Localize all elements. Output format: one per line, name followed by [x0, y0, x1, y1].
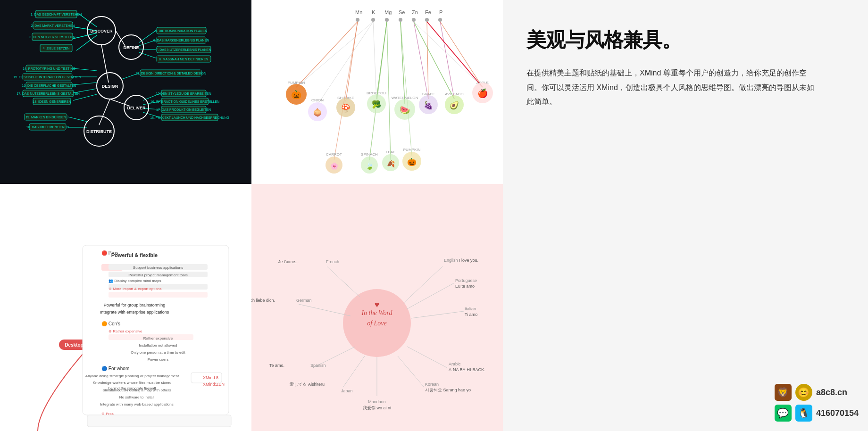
svg-text:Power users: Power users — [148, 357, 168, 362]
svg-text:18. PROJEKT-LAUNCH UND NACHBES: 18. PROJEKT-LAUNCH UND NACHBESPRECHUNG — [150, 116, 229, 119]
svg-text:Korean: Korean — [425, 382, 439, 387]
svg-text:Powerful for group brainstormi: Powerful for group brainstorming — [104, 303, 166, 307]
svg-text:DESIGN: DESIGN — [102, 84, 118, 89]
svg-text:Integrate with enterprise appl: Integrate with enterprise applications — [100, 310, 169, 315]
dark-mindmap-panel: 1. DAS GESCHA FT VERSTEHEN 2. DAS MARKT … — [0, 0, 251, 184]
svg-text:🎃: 🎃 — [291, 90, 302, 100]
svg-text:5. DIE KOMMUNIKATION PLANEN: 5. DIE KOMMUNIKATION PLANEN — [155, 29, 208, 33]
svg-text:16. INTERACTION GUIDELINES ERS: 16. INTERACTION GUIDELINES ERSTELLEN — [150, 100, 219, 103]
nutrition-svg: Mn K Mg Se Zn Fe P — [251, 0, 503, 184]
svg-text:German: German — [296, 298, 312, 303]
svg-point-88 — [425, 18, 429, 22]
watermark-avatar2: 😊 — [795, 384, 812, 401]
description-body: 在提供精美主题和贴纸的基础上，XMind 尊重每个用户的创造力，给你充足的创作空… — [526, 66, 819, 109]
svg-text:Eu te amo: Eu te amo — [455, 284, 475, 289]
svg-text:P: P — [439, 9, 442, 15]
svg-text:DEFINE: DEFINE — [123, 45, 139, 50]
svg-text:20. DAS IMPLEMENTIEREN: 20. DAS IMPLEMENTIEREN — [26, 125, 69, 129]
love-map-panel: In the Word of Love ♥ English I love you… — [251, 184, 503, 431]
svg-text:🟠 Con's: 🟠 Con's — [101, 321, 120, 327]
qq-icon: 🐧 — [795, 405, 812, 422]
svg-text:🌸: 🌸 — [330, 162, 339, 170]
svg-text:🍉: 🍉 — [400, 105, 410, 115]
description-title: 美观与风格兼具。 — [526, 28, 844, 52]
svg-text:of Love: of Love — [367, 320, 387, 327]
svg-text:Mandarin: Mandarin — [368, 399, 386, 404]
watermark-row-1: 🦁 😊 a8c8.cn — [775, 384, 859, 401]
svg-text:Te amo.: Te amo. — [269, 363, 284, 368]
svg-text:Installation not allowed: Installation not allowed — [139, 343, 177, 348]
svg-text:I love you.: I love you. — [459, 258, 478, 263]
svg-text:XMind 8: XMind 8 — [203, 375, 218, 380]
svg-text:DELIVER: DELIVER — [127, 106, 146, 110]
svg-text:18. IDEEN GENERIEREN: 18. IDEEN GENERIEREN — [33, 100, 71, 103]
svg-text:3. DEN NUTZER VERSTEHEN: 3. DEN NUTZER VERSTEHEN — [29, 35, 75, 39]
svg-text:Mn: Mn — [355, 9, 362, 15]
watermark-row-2: 💬 🐧 416070154 — [775, 405, 859, 422]
wechat-icon: 💬 — [775, 405, 792, 422]
svg-text:7. DAS NUTZERERLEBNIS PLANEN: 7. DAS NUTZERERLEBNIS PLANEN — [156, 48, 211, 51]
svg-text:🧅: 🧅 — [313, 108, 322, 117]
watermark-qq: 416070154 — [816, 408, 859, 418]
svg-text:🥑: 🥑 — [450, 101, 459, 110]
page-wrapper: 1. DAS GESCHA FT VERSTEHEN 2. DAS MARKT … — [0, 0, 868, 431]
svg-text:Support business applications: Support business applications — [133, 265, 183, 270]
svg-text:♥: ♥ — [375, 300, 380, 309]
svg-text:In the Word: In the Word — [361, 309, 392, 316]
svg-text:Knowledge workers whose files : Knowledge workers whose files must be st… — [93, 381, 172, 385]
svg-text:🍃: 🍃 — [366, 162, 374, 170]
svg-text:⊕ Pros: ⊕ Pros — [101, 412, 114, 416]
watermark-avatar: 🦁 — [775, 384, 792, 401]
svg-text:🎃: 🎃 — [407, 157, 417, 166]
svg-text:⊕ Rather expensive: ⊕ Rather expensive — [108, 329, 142, 333]
svg-text:🍄: 🍄 — [341, 104, 351, 113]
svg-point-84 — [371, 18, 375, 22]
svg-text:SPINACH: SPINACH — [361, 152, 378, 157]
nutrition-panel: Mn K Mg Se Zn Fe P — [251, 0, 503, 184]
desktop-panel: Desktop Powerful & flexible 🔴 Pros Suppo… — [0, 184, 251, 431]
svg-point-85 — [385, 18, 389, 22]
svg-text:17. DAS PRODUKTION BEGLEITEN: 17. DAS PRODUKTION BEGLEITEN — [156, 108, 211, 111]
svg-text:Se: Se — [399, 9, 405, 15]
svg-text:Mg: Mg — [384, 9, 392, 15]
svg-rect-158 — [108, 292, 208, 298]
svg-point-86 — [399, 18, 402, 22]
svg-text:Zn: Zn — [412, 9, 418, 15]
svg-text:🔵 For whom: 🔵 For whom — [101, 365, 129, 372]
svg-text:🍂: 🍂 — [387, 160, 395, 168]
svg-text:🍎: 🍎 — [477, 88, 488, 99]
svg-text:🔴 Pros: 🔴 Pros — [101, 250, 118, 256]
svg-text:English: English — [444, 258, 458, 263]
dark-mindmap-svg: 1. DAS GESCHA FT VERSTEHEN 2. DAS MARKT … — [0, 0, 251, 184]
svg-text:🥦: 🥦 — [372, 100, 381, 109]
svg-point-87 — [412, 18, 416, 22]
svg-text:19. MARKEN BINDUNGEN: 19. MARKEN BINDUNGEN — [25, 116, 66, 119]
svg-text:XMind:ZEN: XMind:ZEN — [203, 382, 225, 387]
svg-text:Rather expensive: Rather expensive — [143, 336, 173, 340]
svg-text:Integrate with many web-based : Integrate with many web-based applicatio… — [100, 402, 174, 406]
svg-text:4. ZIELE SETZEN: 4. ZIELE SETZEN — [43, 47, 70, 50]
svg-text:Spanish: Spanish — [310, 363, 326, 368]
svg-point-83 — [356, 18, 359, 22]
desktop-comparison-svg: Desktop Powerful & flexible 🔴 Pros Suppo… — [0, 184, 251, 431]
svg-text:French: French — [326, 259, 339, 264]
svg-text:愛してる Aishiteru: 愛してる Aishiteru — [290, 382, 325, 387]
svg-text:CARROT: CARROT — [326, 152, 342, 157]
svg-text:Ti amo: Ti amo — [465, 312, 477, 317]
svg-text:我爱你 wo ai ni: 我爱你 wo ai ni — [363, 406, 391, 410]
svg-rect-175 — [87, 415, 231, 427]
svg-point-89 — [438, 18, 442, 22]
love-map-svg: In the Word of Love ♥ English I love you… — [251, 184, 503, 431]
svg-text:Arabic: Arabic — [449, 362, 461, 366]
svg-text:Japan: Japan — [341, 389, 353, 393]
svg-text:DISTRIBUTE: DISTRIBUTE — [86, 129, 112, 134]
svg-text:PUMPKIN: PUMPKIN — [403, 148, 421, 152]
svg-text:사랑해요 Sarang hae yo: 사랑해요 Sarang hae yo — [425, 388, 471, 392]
svg-text:14. PROTOTYPING UND TESTING: 14. PROTOTYPING UND TESTING — [23, 67, 75, 70]
svg-text:Je t'aime...: Je t'aime... — [278, 259, 299, 264]
svg-text:K: K — [372, 9, 376, 15]
svg-text:Portuguese: Portuguese — [455, 278, 477, 283]
svg-text:No software to install: No software to install — [119, 395, 154, 399]
svg-text:Italian: Italian — [465, 307, 476, 311]
svg-text:1. DAS GESCHA FT VERSTEHEN: 1. DAS GESCHA FT VERSTEHEN — [31, 13, 82, 16]
